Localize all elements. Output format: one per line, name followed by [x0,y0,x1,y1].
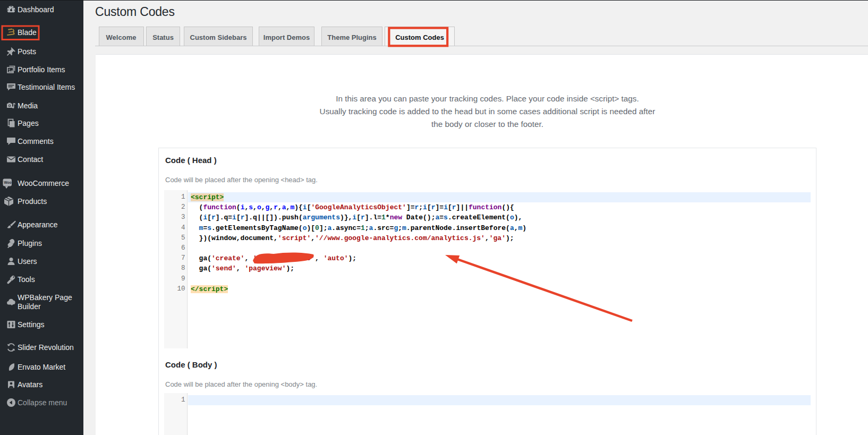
svg-text:Woo: Woo [4,181,12,184]
